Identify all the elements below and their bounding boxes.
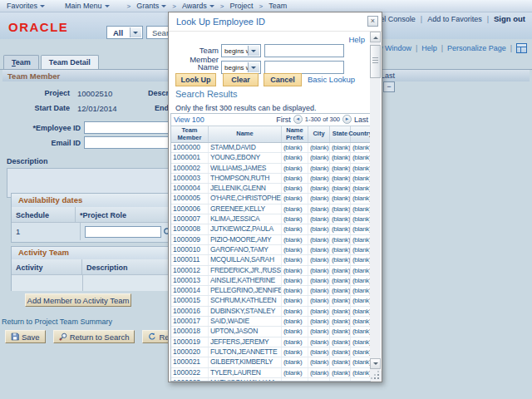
breadcrumb-project[interactable]: Project [229,2,253,10]
result-name-cell[interactable]: FULTON,JEANNETTE [208,347,281,357]
result-row[interactable]: 1000014PELLEGRINO,JENNIFER(blank)(blank)… [171,286,370,296]
cancel-button[interactable]: Cancel [264,73,302,86]
result-name-cell[interactable]: WILLIAMS,JAMES [208,164,281,173]
result-row[interactable]: 1000007KLIMA,JESSICA(blank)(blank)(blank… [171,214,370,224]
result-id-cell[interactable]: 1000005 [171,194,208,203]
result-id-cell[interactable]: 1000004 [171,184,208,193]
result-row[interactable]: 1000005O'HARE,CHRISTOPHER(blank)(blank)(… [171,194,370,204]
result-row[interactable]: 1000022TYLER,LAUREN(blank)(blank)(blank)… [171,368,370,378]
result-name-cell[interactable]: JUTKIEWICZ,PAULA [208,224,281,234]
result-id-cell[interactable]: 1000018 [171,327,208,336]
pager-last-label[interactable]: Last [354,116,368,124]
result-name-cell[interactable]: JEFFERS,JEREMY [208,337,281,347]
result-row[interactable]: 1000015SCHRUM,KATHLEEN(blank)(blank)(bla… [171,296,370,306]
result-row[interactable]: 1000013AINSLIE,KATHERINE(blank)(blank)(b… [171,276,370,286]
result-row[interactable]: 1000021GILBERT,KIMBERLY(blank)(blank)(bl… [171,357,370,367]
next-page-icon[interactable]: ▸ [342,115,352,124]
result-name-cell[interactable]: PELLEGRINO,JENNIFER [208,286,281,295]
search-scope-select[interactable]: All [106,26,143,39]
result-row[interactable]: 1000003THOMPSON,RUTH(blank)(blank)(blank… [171,174,370,184]
result-row[interactable]: 1000017SAID,WADIE(blank)(blank)(blank)(b… [171,317,370,327]
result-name-cell[interactable]: SAID,WADIE [208,317,281,326]
result-row[interactable]: 1000012FREDERICK,JR.,RUSSELL(blank)(blan… [171,266,370,276]
result-row[interactable]: 1000019JEFFERS,JEREMY(blank)(blank)(blan… [171,337,370,347]
delete-row-button[interactable]: − [383,81,395,92]
result-id-cell[interactable]: 1000015 [171,296,208,305]
add-to-favorites-link[interactable]: Add to Favorites [427,15,482,23]
result-row[interactable]: 1000016DUBINSKY,STANLEY(blank)(blank)(bl… [171,307,370,317]
previous-page-icon[interactable]: ◂ [293,115,303,124]
tab-team-detail[interactable]: Team Detail [41,55,99,69]
close-icon[interactable]: × [367,16,378,27]
result-row[interactable]: 1000004JELLENIK,GLENN(blank)(blank)(blan… [171,184,370,194]
result-id-cell[interactable]: 1000011 [171,255,208,264]
breadcrumb-main-menu[interactable]: Main Menu [65,2,110,10]
personalize-page-link[interactable]: Personalize Page [447,44,506,52]
add-member-button[interactable]: Add Member to Activity Team [25,293,131,307]
result-row[interactable]: 1000008JUTKIEWICZ,PAULA(blank)(blank)(bl… [171,224,370,234]
result-name-cell[interactable]: GAROFANO,TAMY [208,245,281,254]
chevron-down-icon[interactable] [130,27,141,37]
name-operator-select[interactable]: begins with [221,61,261,74]
result-name-cell[interactable]: UPTON,JASON [208,327,281,336]
breadcrumb-awards[interactable]: Awards [182,2,214,10]
result-id-cell[interactable]: 1000013 [171,276,208,285]
return-to-project-team-summary-link[interactable]: Return to Project Team Summary [2,318,112,326]
result-name-cell[interactable]: MCQUILLAN,SARAH [208,255,281,264]
help-link[interactable]: Help [421,44,437,52]
result-id-cell[interactable]: 1000022 [171,368,208,377]
result-id-cell[interactable]: 1000021 [171,357,208,367]
breadcrumb-team[interactable]: Team [268,2,287,10]
result-row[interactable]: 1000023MATHISON,WILLIAM(blank)(blank)(bl… [171,378,370,382]
result-id-cell[interactable]: 1000007 [171,214,208,224]
result-name-cell[interactable]: O'HARE,CHRISTOPHER [208,194,281,203]
result-id-cell[interactable]: 1000019 [171,337,208,347]
result-row[interactable]: 1000018UPTON,JASON(blank)(blank)(blank)(… [171,327,370,337]
basic-lookup-link[interactable]: Basic Lookup [308,75,355,84]
result-id-cell[interactable]: 1000002 [171,164,208,173]
breadcrumb-favorites[interactable]: Favorites [7,2,45,10]
result-id-cell[interactable]: 1000020 [171,347,208,357]
result-id-cell[interactable]: 1000012 [171,266,208,275]
result-id-cell[interactable]: 1000010 [171,245,208,254]
result-id-cell[interactable]: 1000017 [171,317,208,326]
scroll-down-icon[interactable] [370,358,381,369]
result-id-cell[interactable]: 1000008 [171,224,208,234]
result-row[interactable]: 1000006GREENEE,KELLY(blank)(blank)(blank… [171,204,370,214]
result-row[interactable]: 1000000STAMM,DAVID(blank)(blank)(blank)(… [171,143,370,153]
result-name-cell[interactable]: FREDERICK,JR.,RUSSELL [208,266,281,275]
scroll-up-icon[interactable] [370,32,381,42]
pager-last-label[interactable]: Last [381,71,395,80]
save-button[interactable]: Save [5,330,46,343]
scrollbar-thumb[interactable] [370,45,381,78]
result-id-cell[interactable]: 1000014 [171,286,208,295]
result-row[interactable]: 1000020FULTON,JEANNETTE(blank)(blank)(bl… [171,347,370,357]
tab-team[interactable]: Team [3,55,39,69]
modal-help-link[interactable]: Help [348,35,365,44]
result-name-cell[interactable]: PIZIO-MOORE,AMY [208,235,281,244]
result-row[interactable]: 1000011MCQUILLAN,SARAH(blank)(blank)(bla… [171,255,370,265]
result-name-cell[interactable]: JELLENIK,GLENN [208,184,281,193]
result-name-cell[interactable]: YOUNG,EBONY [208,153,281,162]
grid-icon[interactable] [516,43,527,53]
look-up-button[interactable]: Look Up [175,73,216,86]
clear-button[interactable]: Clear [223,73,259,86]
result-name-cell[interactable]: TYLER,LAUREN [208,368,281,377]
result-id-cell[interactable]: 1000009 [171,235,208,244]
result-id-cell[interactable]: 1000003 [171,174,208,183]
result-id-cell[interactable]: 1000001 [171,153,208,162]
team-member-operator-select[interactable]: begins with [221,44,261,57]
modal-scrollbar[interactable] [370,32,381,381]
result-row[interactable]: 1000002WILLIAMS,JAMES(blank)(blank)(blan… [171,164,370,174]
result-name-cell[interactable]: DUBINSKY,STANLEY [208,307,281,316]
result-id-cell[interactable]: 1000000 [171,143,208,152]
result-id-cell[interactable]: 1000016 [171,307,208,316]
result-name-cell[interactable]: GILBERT,KIMBERLY [208,357,281,367]
result-row[interactable]: 1000009PIZIO-MOORE,AMY(blank)(blank)(bla… [171,235,370,245]
result-id-cell[interactable]: 1000023 [171,378,208,382]
result-name-cell[interactable]: SCHRUM,KATHLEEN [208,296,281,305]
return-to-search-button[interactable]: Return to Search [53,330,135,343]
result-row[interactable]: 1000010GAROFANO,TAMY(blank)(blank)(blank… [171,245,370,255]
chevron-down-icon[interactable] [248,46,259,56]
result-name-cell[interactable]: AINSLIE,KATHERINE [208,276,281,285]
